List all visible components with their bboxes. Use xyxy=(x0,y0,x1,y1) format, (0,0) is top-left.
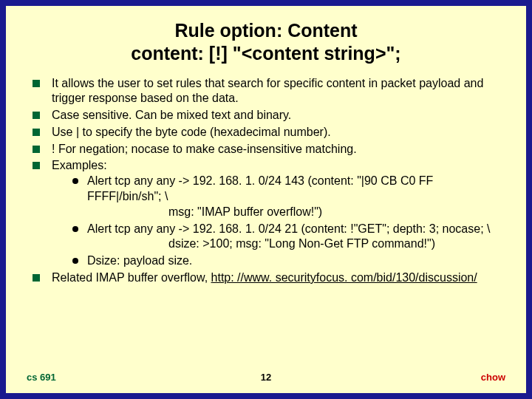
sub-list-item: Alert tcp any any -> 192. 168. 1. 0/24 1… xyxy=(72,174,505,219)
example-text: Alert tcp any any -> 192. 168. 1. 0/24 1… xyxy=(87,174,433,202)
title-line-2: content: [!] "<content string>"; xyxy=(131,43,400,64)
footer-author: chow xyxy=(481,372,505,383)
bullet-text: Case sensitive. Can be mixed text and bi… xyxy=(52,109,291,121)
square-bullet-icon xyxy=(33,146,40,153)
sub-list-item: Alert tcp any any -> 192. 168. 1. 0/24 2… xyxy=(72,222,505,253)
dot-bullet-icon xyxy=(72,178,78,184)
square-bullet-icon xyxy=(33,162,40,169)
slide-footer: cs 691 12 chow xyxy=(27,372,505,383)
list-item: Case sensitive. Can be mixed text and bi… xyxy=(33,108,505,123)
dot-bullet-icon xyxy=(72,258,78,264)
example-text: Dsize: payload size. xyxy=(87,254,192,267)
example-continuation: dsize: >100; msg: "Long Non-Get FTP comm… xyxy=(87,236,505,252)
sub-list-item: Dsize: payload size. xyxy=(72,253,505,269)
list-item: Related IMAP buffer overflow, http: //ww… xyxy=(33,270,505,286)
list-item: It allows the user to set rules that sea… xyxy=(33,76,505,107)
square-bullet-icon xyxy=(33,274,40,282)
bullet-text: Examples: xyxy=(52,159,107,171)
square-bullet-icon xyxy=(33,112,40,119)
title-line-1: Rule option: Content xyxy=(174,20,357,41)
sub-list: Alert tcp any any -> 192. 168. 1. 0/24 1… xyxy=(52,174,505,269)
reference-link[interactable]: http: //www. securityfocus. com/bid/130/… xyxy=(211,271,477,284)
bullet-text: Use | to specify the byte code (hexadeci… xyxy=(52,126,331,138)
square-bullet-icon xyxy=(33,80,40,87)
bullet-text: ! For negation; nocase to make case-inse… xyxy=(52,143,357,155)
bullet-text: It allows the user to set rules that sea… xyxy=(52,77,483,105)
example-text: Alert tcp any any -> 192. 168. 1. 0/24 2… xyxy=(87,222,490,235)
bullet-list: It allows the user to set rules that sea… xyxy=(27,76,505,286)
list-item: Use | to specify the byte code (hexadeci… xyxy=(33,125,505,140)
example-continuation: msg: "IMAP buffer overflow!") xyxy=(87,205,505,220)
slide-title: Rule option: Content content: [!] "<cont… xyxy=(27,19,505,66)
list-item: ! For negation; nocase to make case-inse… xyxy=(33,142,505,157)
footer-page-number: 12 xyxy=(261,372,271,383)
bullet-text: Related IMAP buffer overflow, xyxy=(52,271,211,284)
list-item: Examples: Alert tcp any any -> 192. 168.… xyxy=(33,158,505,269)
slide: Rule option: Content content: [!] "<cont… xyxy=(6,6,526,393)
square-bullet-icon xyxy=(33,129,40,136)
dot-bullet-icon xyxy=(72,226,78,232)
footer-course: cs 691 xyxy=(27,372,56,383)
